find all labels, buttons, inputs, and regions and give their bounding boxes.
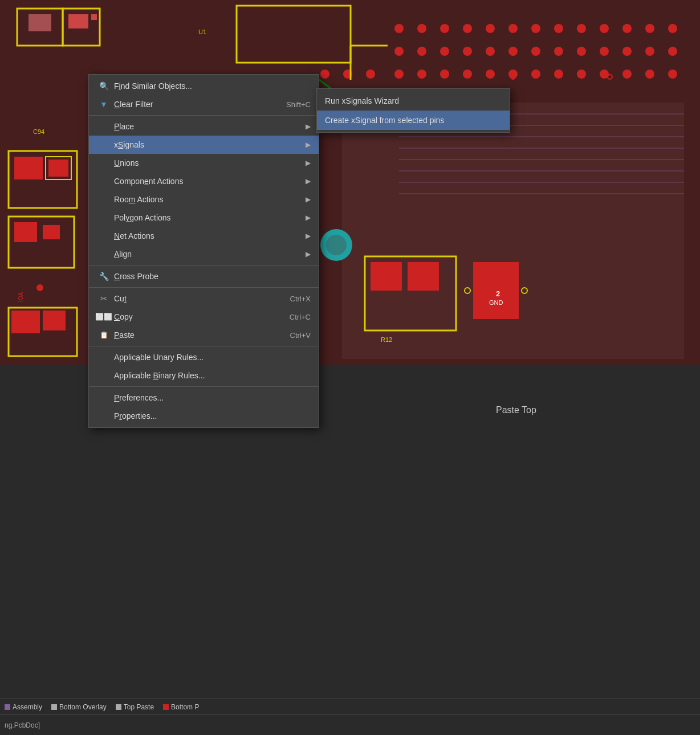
layer-item-top-paste[interactable]: Top Paste [116,703,154,711]
polygon-actions-item[interactable]: Polygon Actions ▶ [89,209,319,227]
copy-shortcut: Ctrl+C [290,313,311,321]
paste-shortcut: Ctrl+V [290,331,311,340]
svg-point-51 [417,70,426,79]
preferences-label: Preferences... [114,393,311,402]
component-actions-label: Component Actions [114,177,301,186]
separator-5 [89,386,319,387]
bottom-p-label: Bottom P [171,703,199,711]
properties-item[interactable]: Properties... [89,407,319,425]
svg-point-36 [668,24,677,33]
svg-rect-6 [91,14,97,20]
top-paste-color [116,704,121,710]
svg-rect-11 [48,160,68,177]
svg-point-38 [417,47,426,56]
svg-point-67 [326,235,347,255]
svg-rect-69 [371,262,402,291]
svg-point-42 [508,47,518,56]
search-icon: 🔍 [97,81,111,91]
svg-text:2: 2 [496,289,500,298]
svg-rect-19 [43,311,66,330]
xsignals-arrow: ▶ [306,141,311,149]
clear-filter-item[interactable]: ▼ Clear Filter Shift+C [89,95,319,113]
svg-point-28 [486,24,495,33]
align-arrow: ▶ [306,250,311,258]
svg-point-47 [622,47,632,56]
place-arrow: ▶ [306,122,311,130]
separator-3 [89,287,319,288]
room-actions-item[interactable]: Room Actions ▶ [89,190,319,209]
component-actions-arrow: ▶ [306,177,311,185]
xsignals-item[interactable]: xSignals ▶ [89,136,319,154]
svg-point-52 [440,70,449,79]
component-actions-item[interactable]: Component Actions ▶ [89,172,319,190]
svg-point-15 [36,284,43,291]
svg-point-37 [394,47,404,56]
svg-rect-5 [68,14,88,28]
unions-label: Unions [114,158,301,168]
copy-item[interactable]: ⬜⬜ Copy Ctrl+C [89,308,319,326]
status-bar: ng.PcbDoc] [0,714,700,735]
svg-point-56 [531,70,540,79]
svg-rect-70 [408,262,439,291]
cross-probe-icon: 🔧 [97,272,111,281]
preferences-item[interactable]: Preferences... [89,389,319,407]
bottom-overlay-label: Bottom Overlay [59,703,107,711]
align-item[interactable]: Align ▶ [89,245,319,263]
xsignals-label: xSignals [114,140,301,149]
svg-point-29 [508,24,518,33]
svg-point-45 [577,47,586,56]
net-actions-item[interactable]: Net Actions ▶ [89,227,319,245]
room-actions-arrow: ▶ [306,195,311,203]
svg-point-23 [366,70,375,79]
cross-probe-label: Cross Probe [114,272,311,281]
bottom-p-color [163,704,169,710]
layer-item-bottom-p[interactable]: Bottom P [163,703,199,711]
svg-point-57 [554,70,563,79]
svg-point-24 [394,24,404,33]
svg-point-61 [645,70,654,79]
room-actions-label: Room Actions [114,195,301,204]
svg-text:Paste Top: Paste Top [496,405,536,415]
place-label: Place [114,122,301,131]
assembly-color [5,704,10,710]
svg-point-35 [645,24,654,33]
svg-point-43 [531,47,540,56]
applicable-unary-item[interactable]: Applicable Unary Rules... [89,348,319,366]
cross-probe-item[interactable]: 🔧 Cross Probe [89,267,319,285]
assembly-label: Assembly [13,703,42,711]
layer-item-bottom-overlay[interactable]: Bottom Overlay [51,703,107,711]
paste-icon: 📋 [97,331,111,339]
create-xsignal-label: Create xSignal from selected pins [325,116,444,125]
svg-text:R12: R12 [381,336,392,343]
applicable-binary-item[interactable]: Applicable Binary Rules... [89,366,319,385]
net-actions-arrow: ▶ [306,232,311,240]
create-xsignal-item[interactable]: Create xSignal from selected pins [317,111,510,130]
polygon-actions-arrow: ▶ [306,214,311,222]
svg-point-50 [394,70,404,79]
layer-bar: Assembly Bottom Overlay Top Paste Bottom… [0,699,700,714]
svg-text:IOA: IOA [18,292,24,302]
unions-item[interactable]: Unions ▶ [89,154,319,172]
place-item[interactable]: Place ▶ [89,117,319,136]
separator-1 [89,115,319,116]
clear-filter-shortcut: Shift+C [286,100,311,109]
svg-rect-13 [14,222,37,242]
cut-item[interactable]: ✂ Cut Ctrl+X [89,289,319,308]
svg-point-21 [320,70,329,79]
run-wizard-item[interactable]: Run xSignals Wizard [317,91,510,111]
svg-point-60 [622,70,632,79]
copy-label: Copy [114,312,278,321]
svg-point-46 [600,47,609,56]
svg-point-48 [645,47,654,56]
svg-point-62 [668,70,677,79]
bottom-overlay-color [51,704,57,710]
layer-item-assembly[interactable]: Assembly [5,703,42,711]
svg-point-27 [463,24,472,33]
svg-point-41 [486,47,495,56]
separator-2 [89,265,319,266]
svg-rect-65 [342,103,684,359]
svg-point-58 [577,70,586,79]
find-similar-item[interactable]: 🔍 Find Similar Objects... [89,77,319,95]
svg-point-34 [622,24,632,33]
paste-item[interactable]: 📋 Paste Ctrl+V [89,326,319,344]
